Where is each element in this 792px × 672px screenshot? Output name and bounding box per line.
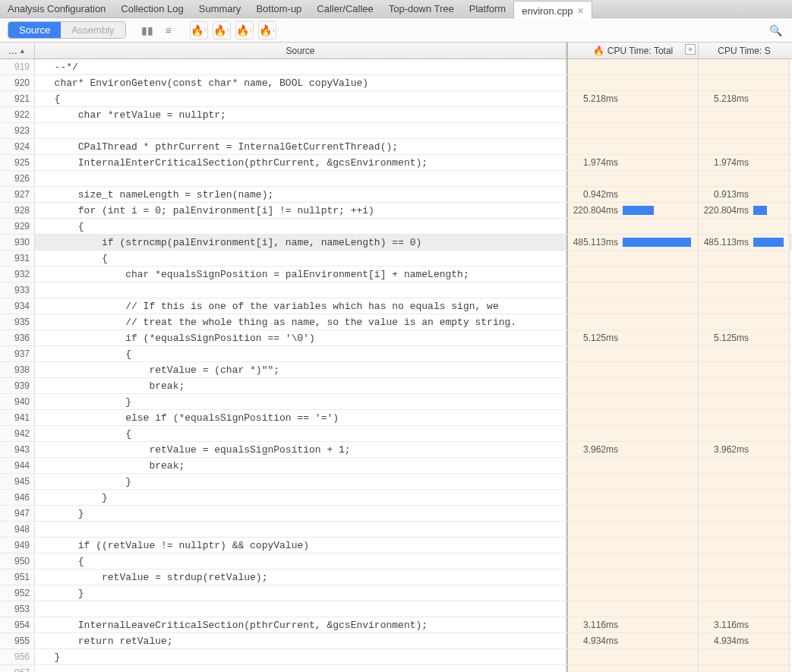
cpu-self-cell [699, 314, 790, 330]
tab-analysis-configuration[interactable]: Analysis Configuration [0, 0, 113, 18]
close-tab-icon[interactable]: × [577, 5, 583, 17]
tab-caller-callee[interactable]: Caller/Callee [309, 0, 380, 18]
line-number: 952 [0, 585, 35, 601]
line-number: 948 [0, 522, 35, 537]
line-number: 939 [0, 378, 35, 393]
cpu-total-cell [568, 75, 699, 90]
tab-platform[interactable]: Platform [462, 0, 513, 18]
source-row[interactable]: 935 // treat the whole thing as name, so… [0, 314, 792, 330]
profiler-tab-bar: Analysis ConfigurationCollection LogSumm… [0, 0, 792, 18]
cpu-self-cell [699, 219, 790, 234]
cpu-total-cell [568, 490, 699, 505]
line-number: 946 [0, 490, 35, 505]
source-row[interactable]: 933 [0, 282, 792, 298]
line-number: 933 [0, 282, 35, 298]
cpu-total-cell [568, 522, 699, 537]
flame-down2-icon[interactable]: 🔥↓ [258, 21, 276, 39]
source-column-header[interactable]: Source [35, 43, 566, 58]
cpu-self-cell [699, 649, 790, 664]
source-text: if (*equalsSignPosition == '\0') [35, 330, 566, 345]
tab-top-down-tree[interactable]: Top-down Tree [381, 0, 462, 18]
cpu-bar [623, 206, 654, 215]
search-icon[interactable]: 🔍 [766, 21, 784, 39]
source-row[interactable]: 924 CPalThread * pthrCurrent = InternalG… [0, 139, 792, 155]
source-row[interactable]: 939 break; [0, 378, 792, 394]
source-row[interactable]: 949 if ((retValue != nullptr) && copyVal… [0, 538, 792, 554]
source-row[interactable]: 936 if (*equalsSignPosition == '\0')5.12… [0, 330, 792, 346]
source-row[interactable]: 919 --*/ [0, 59, 792, 75]
cpu-total-cell: 0.942ms [568, 187, 699, 202]
source-row[interactable]: 937 { [0, 346, 792, 362]
source-row[interactable]: 955 return retValue;4.934ms4.934ms [0, 633, 792, 649]
tab-collection-log[interactable]: Collection Log [113, 0, 191, 18]
source-row[interactable]: 938 retValue = (char *)""; [0, 362, 792, 378]
source-row[interactable]: 925 InternalEnterCriticalSection(pthrCur… [0, 155, 792, 171]
flame-down-icon[interactable]: 🔥↓ [235, 21, 254, 39]
source-row[interactable]: 944 break; [0, 458, 792, 474]
source-row[interactable]: 952 } [0, 585, 792, 601]
source-row[interactable]: 940 } [0, 394, 792, 410]
line-number: 932 [0, 267, 35, 282]
source-text [35, 171, 566, 186]
source-row[interactable]: 946 } [0, 490, 792, 506]
source-mode-button[interactable]: Source [8, 22, 61, 38]
source-row[interactable]: 948 [0, 522, 792, 538]
cpu-total-cell: 3.116ms [568, 617, 699, 633]
source-row[interactable]: 934 // If this is one of the variables w… [0, 298, 792, 314]
pause-icon[interactable]: ▮▮ [138, 21, 156, 39]
cpu-total-cell: 1.974ms [568, 155, 699, 170]
cpu-self-cell [699, 426, 790, 441]
source-row[interactable]: 942 { [0, 426, 792, 442]
source-row[interactable]: 951 retValue = strdup(retValue); [0, 569, 792, 585]
source-text: } [35, 506, 566, 521]
line-column-header[interactable]: …▲ [0, 43, 35, 58]
source-row[interactable]: 953 [0, 601, 792, 617]
source-row[interactable]: 950 { [0, 554, 792, 569]
source-row[interactable]: 923 [0, 123, 792, 139]
source-row[interactable]: 932 char *equalsSignPosition = palEnviro… [0, 267, 792, 282]
cpu-self-cell: 5.125ms [699, 330, 790, 345]
expand-column-icon[interactable]: » [685, 44, 696, 55]
cpu-self-cell [699, 251, 790, 266]
source-text: // If this is one of the variables which… [35, 298, 566, 314]
tab-bottom-up[interactable]: Bottom-up [248, 0, 309, 18]
cpu-self-column-header[interactable]: CPU Time: S [699, 43, 790, 58]
assembly-mode-button[interactable]: Assembly [61, 22, 125, 38]
source-row[interactable]: 941 else if (*equalsSignPosition == '=') [0, 410, 792, 426]
list-icon[interactable]: ≡ [159, 21, 178, 39]
cpu-self-cell [699, 394, 790, 409]
cpu-self-cell: 3.116ms [699, 617, 790, 633]
tab-summary[interactable]: Summary [191, 0, 249, 18]
source-row[interactable]: 929 { [0, 219, 792, 235]
source-grid[interactable]: 919 --*/920 char* EnvironGetenv(const ch… [0, 59, 792, 672]
cpu-self-cell [699, 139, 790, 154]
tab-environ-cpp[interactable]: environ.cpp× [513, 1, 592, 19]
cpu-total-cell: 485.113ms [568, 235, 699, 250]
source-row[interactable]: 922 char *retValue = nullptr; [0, 107, 792, 123]
source-row[interactable]: 930 if (strncmp(palEnvironment[i], name,… [0, 235, 792, 251]
cpu-self-cell: 220.804ms [699, 203, 790, 218]
line-number: 953 [0, 601, 35, 617]
flame-up2-icon[interactable]: 🔥↑ [213, 21, 231, 39]
source-row[interactable]: 926 [0, 171, 792, 187]
source-row[interactable]: 954 InternalLeaveCriticalSection(pthrCur… [0, 617, 792, 633]
flame-up-icon[interactable]: 🔥↑ [190, 21, 208, 39]
source-row[interactable]: 943 retValue = equalsSignPosition + 1;3.… [0, 442, 792, 458]
source-row[interactable]: 947 } [0, 506, 792, 522]
source-row[interactable]: 957 [0, 665, 792, 672]
source-row[interactable]: 931 { [0, 251, 792, 267]
source-text: } [35, 490, 566, 505]
source-row[interactable]: 945 } [0, 474, 792, 490]
cpu-total-cell [568, 346, 699, 361]
source-row[interactable]: 927 size_t nameLength = strlen(name);0.9… [0, 187, 792, 203]
source-text: break; [35, 378, 566, 393]
source-row[interactable]: 928 for (int i = 0; palEnvironment[i] !=… [0, 203, 792, 219]
cpu-total-column-header[interactable]: 🔥 CPU Time: Total » [568, 43, 699, 58]
source-row[interactable]: 920 char* EnvironGetenv(const char* name… [0, 75, 792, 91]
source-row[interactable]: 921 {5.218ms5.218ms [0, 91, 792, 107]
cpu-self-cell [699, 107, 790, 122]
source-text [35, 522, 566, 537]
source-row[interactable]: 956 } [0, 649, 792, 665]
cpu-self-cell [699, 522, 790, 537]
source-text: char* EnvironGetenv(const char* name, BO… [35, 75, 566, 90]
